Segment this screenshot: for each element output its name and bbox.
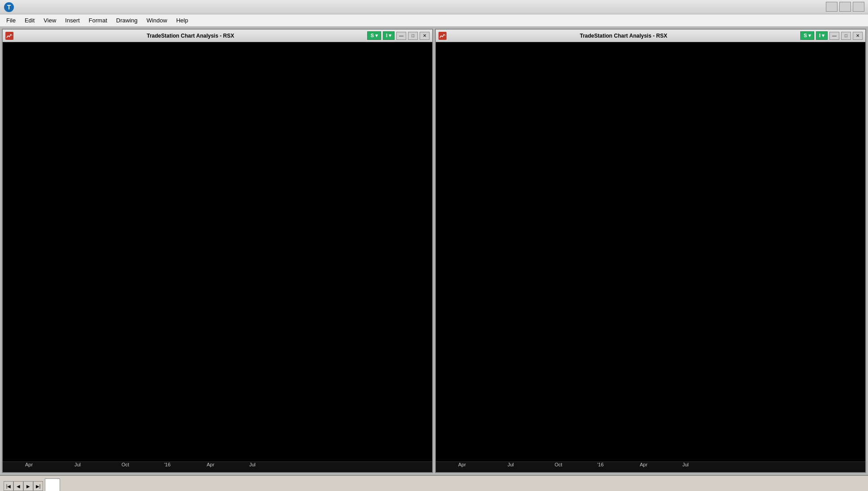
minimize-button[interactable]	[826, 2, 838, 12]
date-jul2-right: Jul	[682, 462, 689, 467]
main-content: TradeStation Chart Analysis - RSX S ▾ I …	[0, 27, 868, 475]
chart-minimize-right[interactable]: —	[829, 32, 839, 40]
left-chart-canvas[interactable]	[3, 42, 432, 461]
date-apr-right: Apr	[458, 462, 466, 467]
date-oct-right: Oct	[555, 462, 562, 467]
chart-panel-left: TradeStation Chart Analysis - RSX S ▾ I …	[2, 29, 433, 473]
tab-next-button[interactable]: ▶	[23, 481, 33, 491]
chart-title-right: TradeStation Chart Analysis - RSX	[448, 33, 799, 39]
menu-window[interactable]: Window	[142, 15, 172, 26]
svg-rect-3	[439, 32, 446, 39]
s-button-right[interactable]: S ▾	[800, 31, 814, 40]
date-apr2-left: Apr	[207, 462, 214, 467]
chart-maximize-right[interactable]: □	[841, 32, 851, 40]
date-axis-right: Apr Jul Oct '16 Apr Jul	[436, 461, 865, 472]
date-jul-right: Jul	[508, 462, 514, 467]
menu-help[interactable]: Help	[172, 15, 193, 26]
s-button-left[interactable]: S ▾	[367, 31, 381, 40]
chart-icon-left	[5, 32, 13, 40]
app-logo: T	[4, 2, 14, 13]
tab-bar: |◀ ◀ ▶ ▶|	[0, 475, 868, 491]
date-apr2-right: Apr	[640, 462, 647, 467]
date-apr-left: Apr	[25, 462, 33, 467]
date-16-left: '16	[164, 462, 170, 467]
chart-close-left[interactable]: ✕	[420, 32, 430, 40]
tab-first-button[interactable]: |◀	[4, 481, 13, 491]
tab-last-button[interactable]: ▶|	[33, 481, 43, 491]
title-bar: T	[0, 0, 868, 14]
chart-close-right[interactable]: ✕	[853, 32, 863, 40]
chart-titlebar-right: TradeStation Chart Analysis - RSX S ▾ I …	[436, 30, 865, 42]
menu-view[interactable]: View	[39, 15, 61, 26]
right-chart-canvas[interactable]	[436, 42, 865, 461]
chart-title-left: TradeStation Chart Analysis - RSX	[15, 33, 365, 39]
menu-insert[interactable]: Insert	[61, 15, 84, 26]
tab-prev-button[interactable]: ◀	[13, 481, 23, 491]
i-button-left[interactable]: I ▾	[383, 31, 395, 40]
svg-text:T: T	[7, 4, 11, 11]
menu-format[interactable]: Format	[84, 15, 112, 26]
chart-titlebar-left: TradeStation Chart Analysis - RSX S ▾ I …	[3, 30, 432, 42]
menu-drawing[interactable]: Drawing	[112, 15, 142, 26]
chart-panel-right: TradeStation Chart Analysis - RSX S ▾ I …	[435, 29, 866, 473]
chart-maximize-left[interactable]: □	[408, 32, 418, 40]
date-jul-left: Jul	[74, 462, 81, 467]
menu-bar: File Edit View Insert Format Drawing Win…	[0, 14, 868, 27]
tab-x-equities-mtf[interactable]	[45, 478, 60, 491]
date-axis-left: Apr Jul Oct '16 Apr Jul	[3, 461, 432, 472]
menu-file[interactable]: File	[2, 15, 20, 26]
date-oct-left: Oct	[122, 462, 129, 467]
i-button-right[interactable]: I ▾	[816, 31, 828, 40]
chart-minimize-left[interactable]: —	[396, 32, 406, 40]
chart-body-right	[436, 42, 865, 461]
maximize-button[interactable]	[839, 2, 851, 12]
window-controls	[826, 2, 864, 12]
svg-rect-2	[6, 32, 13, 39]
close-button[interactable]	[853, 2, 864, 12]
date-jul2-left: Jul	[249, 462, 256, 467]
chart-icon-right	[438, 32, 447, 40]
menu-edit[interactable]: Edit	[20, 15, 39, 26]
date-16-right: '16	[597, 462, 603, 467]
chart-body-left	[3, 42, 432, 461]
